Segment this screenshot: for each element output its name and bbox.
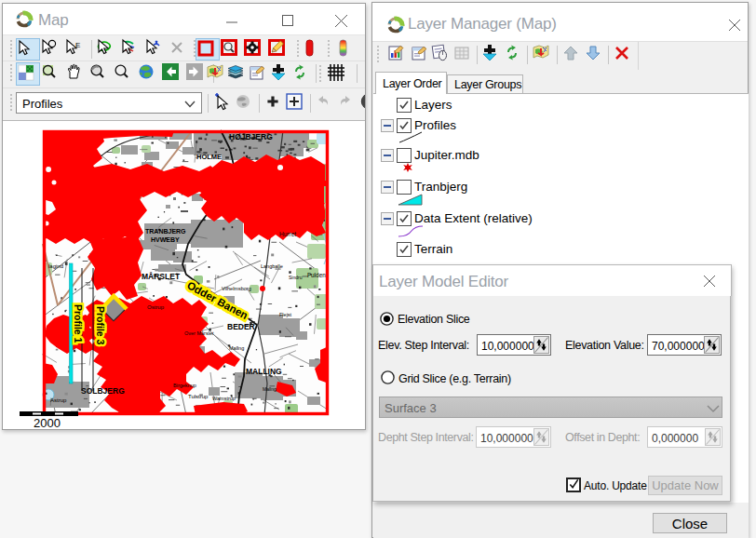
svg-text:Fulden: Fulden xyxy=(307,272,326,278)
svg-text:HVWEBY: HVWEBY xyxy=(151,236,180,243)
svg-text:Over Mårslet: Over Mårslet xyxy=(184,330,214,336)
svg-text:Flejst: Flejst xyxy=(279,312,292,317)
svg-text:Wamstrup: Wamstrup xyxy=(212,396,236,401)
svg-text:E: E xyxy=(75,41,80,49)
svg-text:Profile 1: Profile 1 xyxy=(73,304,84,343)
svg-text:TRANBJERG: TRANBJERG xyxy=(145,228,186,235)
svg-text:MÅRSLET: MÅRSLET xyxy=(142,272,181,281)
svg-text:Mallng: Mallng xyxy=(229,345,244,351)
svg-text:BEDER: BEDER xyxy=(227,322,255,331)
svg-text:MALLING: MALLING xyxy=(246,367,282,376)
svg-text:Hurret: Hurret xyxy=(279,231,296,237)
svg-text:HØJBJERG: HØJBJERG xyxy=(229,132,273,141)
svg-text:Astrup: Astrup xyxy=(50,397,67,403)
svg-text:Vilhelmsborg: Vilhelmsborg xyxy=(222,286,251,291)
svg-text:Tulstrup: Tulstrup xyxy=(188,394,209,399)
svg-text:Profile 3: Profile 3 xyxy=(95,306,106,345)
svg-text:Ostrup: Ostrup xyxy=(147,304,165,310)
svg-text:Mallng: Mallng xyxy=(263,386,277,392)
svg-text:Langballe: Langballe xyxy=(261,263,283,269)
svg-text:HOLME: HOLME xyxy=(196,153,222,161)
svg-text:lagind: lagind xyxy=(48,263,63,269)
svg-text:SOLBJERG: SOLBJERG xyxy=(81,386,125,396)
svg-text:Birgeknup: Birgeknup xyxy=(173,383,196,388)
svg-text:Sindru: Sindru xyxy=(289,275,303,280)
